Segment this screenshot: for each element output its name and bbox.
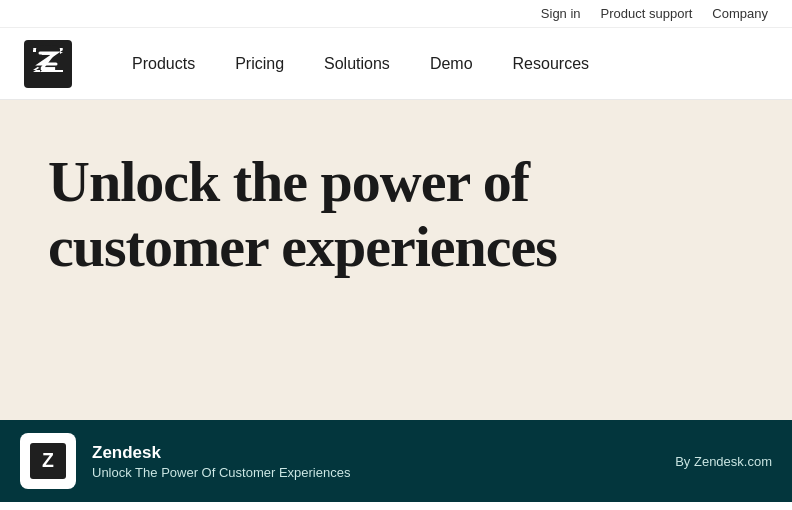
- sign-in-link[interactable]: Sign in: [541, 6, 581, 21]
- nav-resources[interactable]: Resources: [493, 47, 609, 80]
- hero-section: Unlock the power of customer experiences: [0, 100, 792, 420]
- zendesk-logo-icon: Z: [24, 40, 72, 88]
- nav-products[interactable]: Products: [112, 47, 215, 80]
- svg-text:Z: Z: [40, 46, 56, 76]
- footer-url: By Zendesk.com: [675, 454, 772, 469]
- nav-pricing[interactable]: Pricing: [215, 47, 304, 80]
- nav-demo[interactable]: Demo: [410, 47, 493, 80]
- footer-bar: Z Zendesk Unlock The Power Of Customer E…: [0, 420, 792, 502]
- footer-logo-box: Z: [20, 433, 76, 489]
- footer-brand: Zendesk: [92, 443, 659, 463]
- footer-text: Zendesk Unlock The Power Of Customer Exp…: [92, 443, 659, 480]
- hero-title: Unlock the power of customer experiences: [48, 150, 568, 280]
- utility-bar: Sign in Product support Company: [0, 0, 792, 28]
- logo-link[interactable]: Z: [24, 40, 72, 88]
- footer-zendesk-logo-icon: Z: [30, 443, 66, 479]
- footer-tagline: Unlock The Power Of Customer Experiences: [92, 465, 659, 480]
- nav-solutions[interactable]: Solutions: [304, 47, 410, 80]
- svg-text:Z: Z: [42, 449, 54, 471]
- product-support-link[interactable]: Product support: [601, 6, 693, 21]
- nav-links: Products Pricing Solutions Demo Resource…: [112, 55, 768, 73]
- main-nav: Z Products Pricing Solutions Demo Resour…: [0, 28, 792, 100]
- company-link[interactable]: Company: [712, 6, 768, 21]
